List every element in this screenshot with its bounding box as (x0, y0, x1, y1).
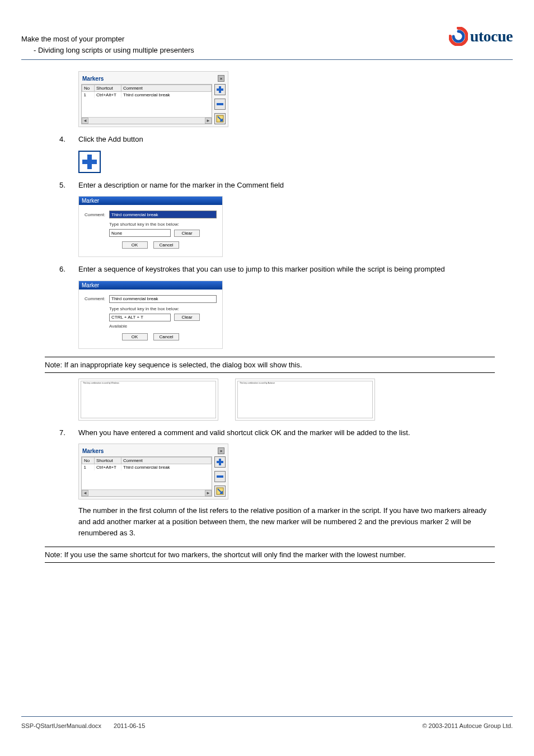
plus-icon (216, 86, 224, 94)
screenshot-left: This key combination is used by Windows (78, 379, 218, 421)
minus-icon (216, 473, 224, 480)
comment-input[interactable]: Third commercial break (109, 211, 217, 218)
step-6-text: Enter a sequence of keystrokes that you … (78, 264, 495, 275)
markers-dialog: Markers × No Shortcut Comment 1 Ctrl+Alt… (78, 71, 228, 127)
scroll-left-icon[interactable]: ◄ (82, 490, 88, 496)
explanation-paragraph: The number in the first column of the li… (78, 505, 495, 539)
svg-rect-7 (217, 461, 223, 463)
add-marker-button[interactable] (214, 456, 226, 468)
logo-text: utocue (470, 27, 513, 45)
step-4-text: Click the Add button (78, 134, 495, 145)
shortcut-input[interactable]: CTRL + ALT + T (109, 314, 171, 321)
markers-title: Markers (82, 448, 104, 454)
goto-marker-button[interactable] (214, 113, 226, 124)
plus-icon (216, 458, 224, 466)
shortcut-input[interactable]: None (109, 229, 171, 237)
markers-table: No Shortcut Comment 1 Ctrl+Alt+T Third c… (82, 457, 212, 470)
step-7-number: 7. (59, 427, 69, 438)
comment-label: Comment: (85, 296, 106, 301)
scroll-right-icon[interactable]: ► (205, 490, 212, 496)
close-icon[interactable]: × (218, 447, 224, 454)
available-label: Available (109, 324, 217, 329)
goto-icon (216, 487, 224, 495)
footer-copyright: © 2003-2011 Autocue Group Ltd. (422, 722, 513, 729)
svg-rect-2 (217, 103, 223, 105)
step-7-text: When you have entered a comment and vali… (78, 427, 495, 438)
markers-dialog-2: Markers × No Shortcut Comment 1 Ctrl+Alt… (78, 444, 228, 500)
screenshot-right: This key combination is used by Autocue (235, 379, 375, 421)
step-4-number: 4. (59, 134, 69, 145)
svg-rect-5 (82, 160, 97, 164)
footer-doc: SSP-QStartUserManual.docx (21, 722, 101, 729)
ok-button[interactable]: OK (122, 241, 148, 249)
table-row[interactable]: 1 Ctrl+Alt+T Third commercial break (82, 464, 212, 471)
logo-swirl-icon (449, 27, 468, 46)
remove-marker-button[interactable] (214, 471, 226, 482)
markers-title: Markers (82, 76, 104, 82)
comment-label: Comment: (85, 212, 106, 217)
marker-dialog-1: Marker Comment: Third commercial break T… (78, 196, 223, 257)
svg-rect-8 (217, 475, 223, 478)
add-button-figure (78, 151, 101, 173)
col-comment[interactable]: Comment (121, 458, 212, 464)
remove-marker-button[interactable] (214, 99, 226, 110)
minus-icon (216, 100, 224, 108)
logo: utocue (449, 27, 513, 46)
clear-button[interactable]: Clear (174, 314, 200, 321)
plus-icon (81, 153, 98, 170)
cancel-button[interactable]: Cancel (153, 241, 180, 249)
step-5-text: Enter a description or name for the mark… (78, 180, 495, 191)
scroll-left-icon[interactable]: ◄ (82, 118, 88, 124)
col-no[interactable]: No (82, 458, 95, 464)
h-scrollbar[interactable]: ◄ ► (82, 117, 212, 124)
col-shortcut[interactable]: Shortcut (95, 85, 121, 92)
goto-icon (216, 115, 224, 123)
header-subtitle: - Dividing long scripts or using multipl… (21, 45, 513, 56)
goto-marker-button[interactable] (214, 486, 226, 497)
markers-table: No Shortcut Comment 1 Ctrl+Alt+T Third c… (82, 85, 212, 98)
svg-rect-1 (217, 88, 223, 91)
header-title: Make the most of your prompter (21, 34, 513, 45)
shortcut-hint: Type shortcut key in the box below: (109, 222, 217, 227)
step-5-number: 5. (59, 180, 69, 191)
footer-date: 2011-06-15 (114, 722, 145, 729)
ok-button[interactable]: OK (122, 333, 148, 340)
col-comment[interactable]: Comment (121, 85, 212, 92)
marker-dialog-2: Marker Comment: Third commercial break T… (78, 281, 223, 349)
cancel-button[interactable]: Cancel (153, 333, 180, 340)
marker-dialog-1-title: Marker (79, 197, 222, 205)
shortcut-hint: Type shortcut key in the box below: (109, 306, 217, 311)
table-row[interactable]: 1 Ctrl+Alt+T Third commercial break (82, 92, 212, 99)
col-shortcut[interactable]: Shortcut (95, 458, 121, 464)
marker-dialog-2-title: Marker (79, 281, 222, 290)
note-1: Note: If an inappropriate key sequence i… (45, 357, 495, 373)
col-no[interactable]: No (82, 85, 95, 92)
step-6-number: 6. (59, 264, 69, 275)
scroll-right-icon[interactable]: ► (205, 118, 212, 124)
clear-button[interactable]: Clear (174, 230, 200, 237)
note-2: Note: If you use the same shortcut for t… (45, 547, 495, 563)
h-scrollbar[interactable]: ◄ ► (82, 489, 212, 496)
comment-input[interactable]: Third commercial break (109, 295, 217, 303)
add-marker-button[interactable] (214, 84, 226, 95)
close-icon[interactable]: × (218, 75, 224, 82)
